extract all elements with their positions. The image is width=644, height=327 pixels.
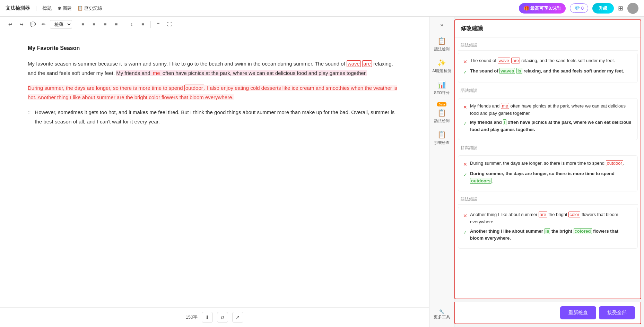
header: 文法檢測器 | 標題 ⊕ 新建 📋 歷史記錄 🎁 最高可享3.5折! 💎 0 升…	[0, 0, 644, 17]
ai-icon: ✨	[437, 59, 446, 67]
new-button[interactable]: ⊕ 新建	[58, 5, 72, 11]
card-color[interactable]: ✕ Another thing I like about summer are …	[458, 207, 638, 249]
wrong-row-wave: ✕ The sound of wave are relaxing, and th…	[463, 57, 633, 66]
eraser-button[interactable]: ✏	[39, 19, 49, 29]
copy-button[interactable]: ⧉	[217, 312, 228, 323]
error-wave: wave	[347, 60, 361, 67]
header-actions: 🎁 最高可享3.5折! 💎 0 升級 ⊞	[519, 3, 638, 14]
seo-icon: 📊	[437, 80, 446, 89]
grammar2-icon: 📋	[437, 109, 446, 117]
essay-title: My Favorite Season	[28, 43, 401, 53]
sidebar-item-grammar1[interactable]: 📋 語法檢測	[429, 33, 454, 55]
section-label-grammar2: 語法錯誤	[458, 86, 638, 96]
check-icon4: ✓	[463, 229, 467, 236]
suggestions-header: 修改建議	[455, 20, 641, 37]
correct-outdoors: outdoors	[470, 178, 491, 184]
correct-text-color: Another thing I like about summer is the…	[470, 228, 633, 242]
suggestions-wrapper: 修改建議 語法錯誤 ✕ The sound of wave are relaxi…	[454, 17, 644, 327]
share-button[interactable]: ↗	[232, 312, 243, 323]
error-color: color	[568, 212, 580, 217]
check-icon2: ✓	[463, 120, 467, 127]
align-button[interactable]: ≡	[138, 19, 148, 29]
sidebar-expand-button[interactable]: »	[436, 19, 447, 31]
editor-content[interactable]: My Favorite Season My favorite season is…	[0, 32, 429, 307]
x-icon2: ✕	[463, 103, 467, 111]
expand-button[interactable]: ⛶	[165, 19, 174, 29]
toolbar-separator	[75, 21, 75, 28]
correct-row-color: ✓ Another thing I like about summer is t…	[463, 228, 633, 242]
sidebar-more-tools[interactable]: 🔧 更多工具	[432, 305, 452, 324]
suggestions-panel: 修改建議 語法錯誤 ✕ The sound of wave are relaxi…	[454, 19, 641, 299]
drag-handle[interactable]: ::	[28, 107, 31, 117]
grid-icon[interactable]: ⊞	[618, 5, 623, 12]
suggestions-body: 語法錯誤 ✕ The sound of wave are relaxing, a…	[455, 37, 641, 299]
x-icon4: ✕	[463, 212, 467, 220]
main-layout: ↩ ↪ 💬 ✏ 檢薄 ≡ ≡ ≡ ≡ ↕ ≡ ❝ ⛶ My Favorite S…	[0, 17, 644, 327]
error-are: are	[362, 60, 372, 67]
sidebar-item-seo[interactable]: 📊 SEO評分	[429, 77, 454, 99]
quote-button[interactable]: ❝	[154, 19, 163, 29]
card-me[interactable]: ✕ My friends and me often have picnics a…	[458, 98, 638, 140]
correct-row-outdoor: ✓ During summer, the days are longer, so…	[463, 170, 633, 185]
correct-is: is	[516, 68, 522, 74]
sidebar-icons: » 📋 語法檢測 ✨ AI魔速檢測 📊 SEO評分 Beta 📋 語法檢測 📋	[429, 17, 454, 327]
error-outdoor: outdoor	[184, 85, 204, 91]
section-grammar2: 語法錯誤 ✕ My friends and me often have picn…	[458, 86, 638, 140]
diamond-icon: 💎	[574, 6, 580, 11]
x-icon: ✕	[463, 58, 467, 66]
comment-button[interactable]: 💬	[28, 19, 37, 29]
indent-in-button[interactable]: ≡	[100, 19, 110, 29]
upgrade-button[interactable]: 升級	[592, 3, 614, 14]
undo-button[interactable]: ↩	[6, 19, 15, 29]
accept-all-button[interactable]: 接受全部	[599, 306, 635, 319]
sidebar-item-ai[interactable]: ✨ AI魔速檢測	[429, 55, 454, 77]
recheck-button[interactable]: 重新檢查	[560, 306, 596, 319]
section-grammar1: 語法錯誤 ✕ The sound of wave are relaxing, a…	[458, 40, 638, 83]
section-label-grammar1: 語法錯誤	[458, 40, 638, 51]
para2-highlight: During summer, the days are longer, so t…	[28, 85, 397, 100]
sidebar-item-grammar2[interactable]: Beta 📋 語法檢測	[429, 99, 454, 127]
indent-out-button[interactable]: ≡	[111, 19, 121, 29]
sidebar-label-seo: SEO評分	[434, 90, 450, 95]
diamond-button[interactable]: 💎 0	[570, 3, 588, 13]
wrong-row-color: ✕ Another thing I like about summer are …	[463, 211, 633, 226]
check-icon: ✓	[463, 68, 467, 76]
redo-button[interactable]: ↪	[17, 19, 26, 29]
section-label-grammar3: 語法錯誤	[458, 194, 638, 205]
plagiarism-icon: 📋	[437, 130, 446, 139]
align-center-button[interactable]: ≡	[89, 19, 99, 29]
highlight-friends: My friends and me often have picnics at …	[116, 70, 367, 76]
error-wave-panel: wave	[498, 58, 510, 63]
section-label-spelling: 拼寫錯誤	[458, 143, 638, 153]
app-logo: 文法檢測器	[6, 5, 30, 11]
sidebar-label-plagiarism: 抄襲檢查	[434, 140, 450, 145]
history-button[interactable]: 📋 歷史記錄	[77, 5, 102, 11]
error-me: me	[152, 70, 161, 76]
beta-badge: Beta	[437, 102, 446, 106]
error-are-panel: are	[511, 58, 520, 63]
promo-button[interactable]: 🎁 最高可享3.5折!	[519, 3, 566, 14]
align-left-button[interactable]: ≡	[78, 19, 88, 29]
wrong-row-me: ✕ My friends and me often have picnics a…	[463, 103, 633, 117]
wrong-text-wave: The sound of wave are relaxing, and the …	[470, 57, 615, 64]
card-wave[interactable]: ✕ The sound of wave are relaxing, and th…	[458, 53, 638, 83]
doc-title: 標題	[42, 5, 52, 11]
wrong-text-me: My friends and me often have picnics at …	[470, 103, 633, 117]
level-select[interactable]: 檢薄	[50, 20, 72, 29]
toolbar: ↩ ↪ 💬 ✏ 檢薄 ≡ ≡ ≡ ≡ ↕ ≡ ❝ ⛶	[0, 17, 429, 32]
sound-of-text: The sound of	[315, 61, 345, 67]
list-item: :: However, sometimes it gets too hot, a…	[28, 107, 401, 126]
line-height-button[interactable]: ↕	[127, 19, 137, 29]
bullet-list: :: However, sometimes it gets too hot, a…	[28, 107, 401, 126]
avatar[interactable]	[627, 3, 638, 14]
sidebar-item-plagiarism[interactable]: 📋 抄襲檢查	[429, 127, 454, 149]
download-button[interactable]: ⬇	[202, 312, 213, 323]
panel-footer: 重新檢查 接受全部	[454, 302, 641, 324]
correct-i: I	[503, 119, 506, 125]
wrong-row-outdoor: ✕ During summer, the days are longer, so…	[463, 160, 633, 168]
paragraph-1: My favorite season is summer because it …	[28, 59, 401, 78]
wrong-text-outdoor: During summer, the days are longer, so t…	[470, 160, 624, 167]
history-icon: 📋	[77, 6, 83, 11]
card-outdoor[interactable]: ✕ During summer, the days are longer, so…	[458, 155, 638, 191]
correct-row-me: ✓ My friends and I often have picnics at…	[463, 119, 633, 134]
